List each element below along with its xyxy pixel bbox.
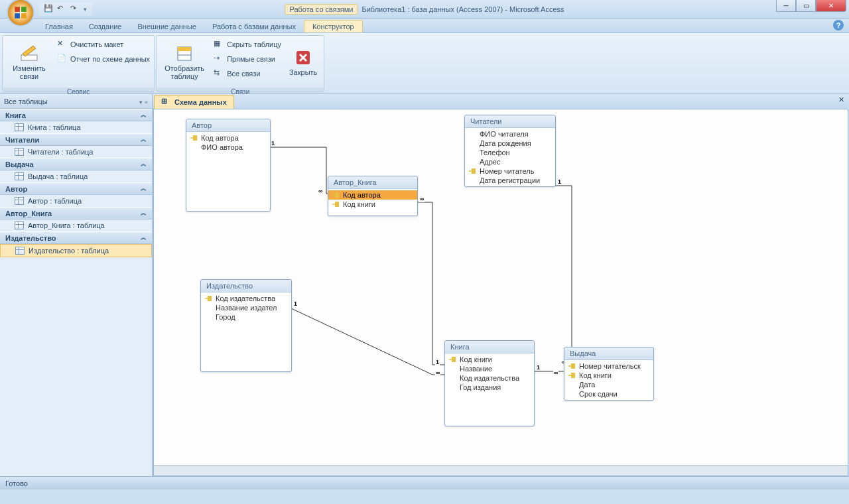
table-avtor[interactable]: АвторКод автораФИО автора <box>186 119 271 212</box>
svg-rect-1 <box>21 7 27 12</box>
table-field[interactable]: Дата рождения <box>465 139 555 148</box>
document-tab[interactable]: ⊞ Схема данных <box>154 95 234 109</box>
hide-table-button[interactable]: ▦Скрыть таблицу <box>211 37 284 52</box>
direct-rel-button[interactable]: ⇢Прямые связи <box>211 52 284 66</box>
chevron-up-icon: ︽ <box>141 111 147 119</box>
svg-rect-4 <box>21 55 37 60</box>
table-field[interactable]: Номер читательск <box>564 361 653 371</box>
chevron-up-icon: ︽ <box>141 135 147 144</box>
minimize-button[interactable]: ─ <box>776 0 796 12</box>
help-icon[interactable]: ? <box>833 20 844 31</box>
status-bar: Готово <box>0 476 849 489</box>
save-icon[interactable]: 💾 <box>44 4 54 15</box>
table-header[interactable]: Автор <box>186 119 270 132</box>
svg-rect-6 <box>178 47 191 51</box>
table-icon <box>15 221 24 229</box>
office-button[interactable] <box>7 0 34 27</box>
redo-icon[interactable]: ↷ <box>70 4 81 15</box>
titlebar: 💾 ↶ ↷ ▾ Работа со связями Библиотека1 : … <box>0 0 849 19</box>
table-field[interactable]: Дата <box>564 380 653 389</box>
report-icon: 📄 <box>57 54 68 64</box>
relations-icon: ⊞ <box>161 97 172 107</box>
svg-rect-0 <box>15 7 20 12</box>
table-field[interactable]: ФИО читателя <box>465 129 555 139</box>
table-field[interactable]: Год издания <box>445 383 534 392</box>
relationship-canvas[interactable]: 1 ∞ ∞ 1 1 ∞ 1 ∞ 1 ∞ АвторКод автораФИО а… <box>153 109 848 476</box>
table-header[interactable]: Издательство <box>201 280 291 292</box>
table-field[interactable]: Название <box>445 364 534 373</box>
table-field[interactable]: Код издательства <box>201 294 291 303</box>
all-icon: ⇆ <box>214 68 224 79</box>
window-title: Работа со связями Библиотека1 : база дан… <box>285 4 564 15</box>
undo-icon[interactable]: ↶ <box>57 4 68 15</box>
nav-group-header[interactable]: Издательство︽ <box>0 231 152 244</box>
table-field[interactable]: Дата регистрации <box>465 176 555 185</box>
table-field[interactable]: Код книги <box>445 355 534 364</box>
report-button[interactable]: 📄Отчет по схеме данных <box>54 52 153 66</box>
table-field[interactable]: Адрес <box>465 157 555 166</box>
svg-rect-3 <box>21 13 27 19</box>
chevron-up-icon: ︽ <box>141 184 147 193</box>
show-table-button[interactable]: Отобразить таблицу <box>158 37 211 86</box>
table-field[interactable]: Номер читатель <box>465 166 555 176</box>
table-avtor-kniga[interactable]: Автор_КнигаКод автораКод книги <box>328 176 418 216</box>
nav-item[interactable]: Читатели : таблица <box>0 146 152 158</box>
tab-dbtools[interactable]: Работа с базами данных <box>204 21 304 32</box>
maximize-button[interactable]: ▭ <box>796 0 816 12</box>
document-close-icon[interactable]: ✕ <box>836 95 846 106</box>
nav-group-header[interactable]: Выдача︽ <box>0 158 152 170</box>
table-field[interactable]: Код автора <box>186 133 270 143</box>
close-button[interactable]: ✕ <box>816 0 846 12</box>
qat-more-icon[interactable]: ▾ <box>84 6 87 13</box>
nav-group-header[interactable]: Читатели︽ <box>0 133 152 146</box>
table-vydacha[interactable]: ВыдачаНомер читательскКод книгиДатаСрок … <box>564 347 654 401</box>
table-field[interactable]: Название издател <box>201 303 291 312</box>
table-field[interactable]: Код книги <box>564 371 653 380</box>
table-header[interactable]: Автор_Книга <box>328 176 417 189</box>
nav-item[interactable]: Книга : таблица <box>0 121 152 133</box>
table-header[interactable]: Читатели <box>465 115 555 128</box>
table-header[interactable]: Книга <box>445 341 534 353</box>
table-icon <box>15 148 24 156</box>
table-field[interactable]: Код автора <box>328 190 417 200</box>
chevron-up-icon: ︽ <box>141 160 147 168</box>
table-field[interactable]: Город <box>201 312 291 322</box>
table-icon <box>15 197 24 205</box>
table-field[interactable]: Код издательства <box>445 373 534 383</box>
direct-icon: ⇢ <box>214 54 224 64</box>
table-chitateli[interactable]: ЧитателиФИО читателяДата рожденияТелефон… <box>464 115 556 187</box>
table-field[interactable]: Код книги <box>328 200 417 209</box>
all-rel-button[interactable]: ⇆Все связи <box>211 66 284 81</box>
nav-header[interactable]: Все таблицы ▾ « <box>0 94 152 109</box>
nav-group-header[interactable]: Автор_Книга︽ <box>0 207 152 220</box>
tab-create[interactable]: Создание <box>81 21 130 32</box>
table-field[interactable]: ФИО автора <box>186 143 270 152</box>
tab-design[interactable]: Конструктор <box>304 20 363 32</box>
table-field[interactable]: Срок сдачи <box>564 389 653 399</box>
nav-item[interactable]: Выдача : таблица <box>0 170 152 182</box>
table-field[interactable]: Телефон <box>465 148 555 157</box>
nav-collapse-icon[interactable]: « <box>145 99 148 105</box>
close-rel-button[interactable]: Закрыть <box>284 37 322 86</box>
nav-dropdown-icon[interactable]: ▾ <box>139 99 143 105</box>
nav-group-header[interactable]: Автор︽ <box>0 182 152 195</box>
tab-external[interactable]: Внешние данные <box>130 21 204 32</box>
horizontal-scrollbar[interactable] <box>154 465 848 475</box>
table-header[interactable]: Выдача <box>564 347 653 360</box>
close-icon <box>293 47 314 68</box>
ribbon-group-relations: Отобразить таблицу ▦Скрыть таблицу ⇢Прям… <box>156 35 324 92</box>
ribbon-tabs: Главная Создание Внешние данные Работа с… <box>0 19 849 33</box>
table-izdatelstvo[interactable]: ИздательствоКод издательстваНазвание изд… <box>200 279 292 372</box>
nav-item[interactable]: Автор_Книга : таблица <box>0 220 152 231</box>
table-icon <box>15 172 24 180</box>
ribbon-group-service: Изменить связи ✕Очистить макет 📄Отчет по… <box>2 35 155 92</box>
table-kniga[interactable]: КнигаКод книгиНазваниеКод издательстваГо… <box>444 340 535 426</box>
tab-home[interactable]: Главная <box>37 21 81 32</box>
nav-group-header[interactable]: Книга︽ <box>0 109 152 121</box>
hide-icon: ▦ <box>214 39 224 50</box>
nav-item[interactable]: Издательство : таблица <box>0 244 152 257</box>
edit-relations-button[interactable]: Изменить связи <box>4 37 54 86</box>
nav-item[interactable]: Автор : таблица <box>0 195 152 207</box>
document-title: Библиотека1 : база данных (Access 2007) … <box>361 5 564 13</box>
clear-layout-button[interactable]: ✕Очистить макет <box>54 37 153 52</box>
